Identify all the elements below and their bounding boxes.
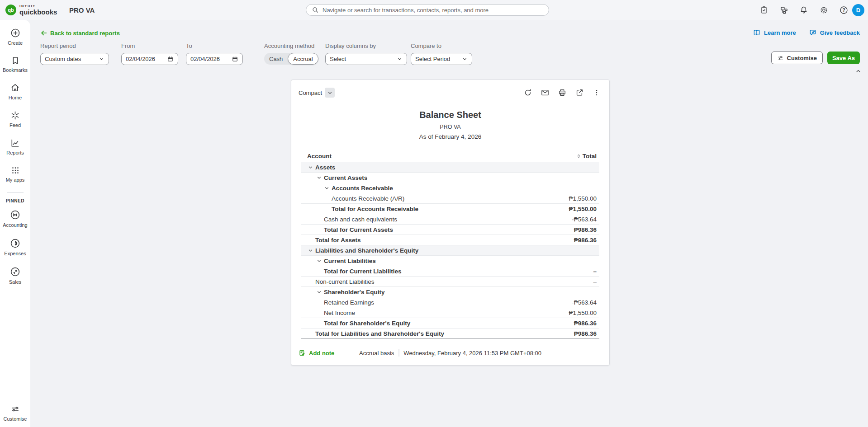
left-sidebar: CreateBookmarksHomeFeedReportsMy apps PI… [0,20,30,427]
sidebar-item-accounting[interactable]: Accounting [0,209,30,228]
book-icon [753,28,761,37]
calendar-icon[interactable] [167,56,174,62]
sales-icon [9,266,21,277]
bell-button[interactable] [799,5,809,15]
chevron-down-icon[interactable] [324,186,332,191]
sidebar-item-expenses[interactable]: Expenses [0,238,30,256]
back-to-standard-reports-link[interactable]: Back to standard reports [40,29,120,37]
account-value: -₱563.64 [572,299,599,306]
account-value: -₱563.64 [572,216,599,223]
sidebar-item-my-apps[interactable]: My apps [0,165,30,183]
table-row[interactable]: Accounts Receivable [301,183,599,193]
quickbooks-wordmark: INTUIT quickbooks [19,5,57,15]
quickbooks-logo[interactable]: qb INTUIT quickbooks [5,0,57,20]
chevron-down-icon[interactable] [317,258,324,263]
feedback-pencil-icon [809,28,817,37]
account-name: Total for Current Assets [324,226,393,233]
density-dropdown[interactable]: Compact [299,88,335,98]
learn-more-link[interactable]: Learn more [753,28,796,37]
sidebar-item-create[interactable]: Create [0,28,30,46]
table-row[interactable]: Liabilities and Shareholder's Equity [301,245,599,256]
sidebar-item-label: Create [8,40,23,46]
chevron-down-icon[interactable] [308,165,315,170]
search-input[interactable] [323,7,543,14]
account-value: ₱1,550.00 [569,206,599,212]
refresh-button[interactable] [522,87,533,98]
cash-option[interactable]: Cash [264,56,288,62]
email-button[interactable] [540,87,550,98]
refresh-icon [523,88,532,97]
from-date-field[interactable] [121,53,178,65]
table-row[interactable]: Current Liabilities [301,256,599,266]
sidebar-item-bookmarks[interactable]: Bookmarks [0,56,30,73]
table-row: Non-current Liabilities– [301,277,599,287]
accounting-method-control: Accounting method Cash Accrual [264,42,318,65]
sidebar-item-reports[interactable]: Reports [0,138,30,155]
help-button[interactable]: ? [839,5,849,15]
give-feedback-link[interactable]: Give feedback [809,28,860,37]
display-columns-label: Display columns by [325,42,407,49]
add-note-button[interactable]: Add note [299,349,334,357]
report-period-select[interactable]: Custom dates [40,53,109,65]
chevron-down-icon [397,56,403,62]
report-as-of-date: As of February 4, 2026 [299,133,602,140]
print-button[interactable] [557,87,568,98]
accounting-method-label: Accounting method [264,42,318,49]
sidebar-item-customise[interactable]: Customise [0,404,30,422]
chevron-down-icon [325,88,335,98]
calendar-icon[interactable] [232,56,238,62]
table-row[interactable]: Current Assets [301,173,599,183]
global-search[interactable] [306,4,549,16]
table-row[interactable]: Shareholder's Equity [301,287,599,297]
export-button[interactable] [574,87,585,98]
feed-burst-icon [10,110,20,121]
total-column-header[interactable]: Total [576,153,599,160]
table-row: Total for Shareholder's Equity₱986.36 [301,318,599,328]
save-as-button[interactable]: Save As [827,52,860,64]
compare-to-label: Compare to [411,42,472,49]
chevron-down-icon[interactable] [317,290,324,295]
table-row[interactable]: Assets [301,162,599,173]
from-date-input[interactable] [126,56,167,62]
sidebar-item-feed[interactable]: Feed [0,110,30,128]
export-icon [575,88,584,97]
account-name: Liabilities and Shareholder's Equity [315,247,418,254]
accrual-option[interactable]: Accrual [288,53,318,65]
gear-button[interactable] [819,5,829,15]
sidebar-item-home[interactable]: Home [0,83,30,100]
clipboard-check-button[interactable] [759,5,769,15]
table-row: Total for Assets₱986.36 [301,235,599,245]
to-date-input[interactable] [190,56,232,62]
table-row: Net Income₱1,550.00 [301,308,599,318]
sidebar-item-label: Home [9,95,22,100]
kebab-menu-icon [593,89,601,97]
expenses-icon [9,238,21,249]
compare-to-select[interactable]: Select Period [411,53,472,65]
to-date-field[interactable] [186,53,243,65]
search-icon [312,6,319,14]
customise-button[interactable]: Customise [771,52,823,64]
top-header: qb INTUIT quickbooks PRO VA ? D [0,0,868,20]
report-actions [522,87,602,98]
sliders-icon [10,404,20,414]
account-name: Total for Shareholder's Equity [324,320,410,327]
sidebar-item-label: Sales [9,279,22,285]
user-avatar[interactable]: D [852,4,864,16]
account-value: – [593,278,599,285]
collapse-panel-chevron-up-icon[interactable] [855,68,862,75]
sidebar-item-sales[interactable]: Sales [0,266,30,285]
chevron-down-icon[interactable] [308,248,315,253]
account-name: Accounts Receivable (A/R) [332,195,404,202]
accounting-method-toggle: Cash Accrual [264,53,318,65]
chevron-down-icon[interactable] [317,175,324,180]
gear-icon [819,5,829,15]
account-name: Retained Earnings [324,299,374,306]
org-chart-button[interactable] [779,5,789,15]
account-value: ₱986.36 [574,237,599,244]
from-date-control: From [121,42,178,65]
sliders-icon [777,55,784,61]
account-value: ₱986.36 [574,330,599,337]
home-icon [10,83,20,93]
display-columns-select[interactable]: Select [325,53,407,65]
kebab-menu-button[interactable] [591,87,602,98]
